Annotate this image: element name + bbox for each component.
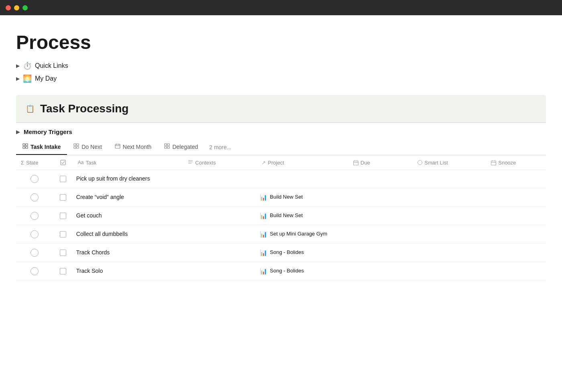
due-text [348,230,413,239]
col-contexts-label: Contexts [195,160,216,166]
due-text [348,248,413,258]
task-checkbox[interactable] [60,194,66,201]
tab-next-month-icon [115,143,120,150]
table-row[interactable]: Pick up suit from dry cleaners [16,170,546,188]
context-text [183,248,257,258]
svg-rect-15 [167,146,169,148]
task-checkbox[interactable] [60,176,66,182]
svg-rect-7 [77,146,79,148]
task-text: Track Chords [73,244,183,262]
snooze-text [486,266,546,276]
context-text [183,174,257,184]
smartlist-text [413,193,486,202]
smartlist-text [413,230,486,239]
col-snooze-label: Snooze [498,160,516,166]
project-cell[interactable]: 📊Song - Bolides [257,262,348,280]
quick-links-label: Quick Links [35,62,68,69]
tab-delegated[interactable]: Delegated [158,139,204,155]
svg-rect-13 [167,144,169,146]
tab-delegated-icon [164,143,170,150]
maximize-button[interactable] [22,5,28,10]
minimize-button[interactable] [14,5,19,10]
state-circle-icon[interactable] [31,212,39,220]
project-name: Set up Mini Garage Gym [270,230,327,238]
state-circle-icon[interactable] [31,175,39,183]
project-bar-chart-icon: 📊 [260,248,267,257]
due-text [348,174,413,184]
svg-rect-8 [115,144,120,148]
project-bar-chart-icon: 📊 [260,230,267,238]
project-name: Build New Set [270,212,303,219]
task-checkbox[interactable] [60,250,66,256]
tab-do-next-icon [73,143,79,150]
tab-task-intake[interactable]: Task Intake [16,139,67,155]
svg-rect-12 [165,144,167,146]
tab-do-next[interactable]: Do Next [67,139,108,155]
task-checkbox[interactable] [60,231,66,238]
project-cell[interactable]: 📊Set up Mini Garage Gym [257,225,348,243]
project-bar-chart-icon: 📊 [260,193,267,201]
titlebar [0,0,562,15]
task-checkbox[interactable] [60,268,66,274]
table-row[interactable]: Track Solo📊Song - Bolides [16,262,546,280]
tab-delegated-label: Delegated [172,144,198,150]
project-bar-chart-icon: 📊 [260,211,267,220]
col-header-smartlist: Smart List [413,155,486,170]
main-content: Process ▶ ⏱️ Quick Links ▶ 🌅 My Day 📋 Ta… [0,15,562,392]
col-header-check [53,155,73,170]
due-text [348,211,413,221]
quick-links-arrow-icon: ▶ [16,63,20,69]
svg-rect-6 [74,146,76,148]
state-circle-icon[interactable] [31,193,39,201]
table-row[interactable]: Track Chords📊Song - Bolides [16,244,546,262]
smartlist-text [413,248,486,258]
task-text: Create “void” angle [73,189,183,206]
snooze-text [486,211,546,221]
snooze-text [486,230,546,239]
col-task-label: Task [86,160,97,166]
project-arrow-icon: ↗ [261,160,266,166]
svg-rect-20 [354,161,358,165]
memory-triggers-row[interactable]: ▶ Memory Triggers [16,123,546,139]
col-header-snooze: Snooze [486,155,546,170]
tab-next-month[interactable]: Next Month [108,139,158,155]
memory-triggers-label: Memory Triggers [24,128,72,135]
smartlist-text [413,174,486,184]
task-text: Pick up suit from dry cleaners [73,170,183,188]
tab-do-next-label: Do Next [81,144,102,150]
close-button[interactable] [6,5,11,10]
svg-rect-14 [165,146,167,148]
project-cell[interactable]: 📊Song - Bolides [257,244,348,262]
col-header-state: Σ State [16,155,53,170]
tab-next-month-label: Next Month [123,144,152,150]
project-cell[interactable]: 📊Build New Set [257,207,348,225]
snooze-text [486,193,546,202]
table-row[interactable]: Get couch📊Build New Set [16,207,546,225]
tab-task-intake-icon [22,143,28,150]
table-row[interactable]: Create “void” angle📊Build New Set [16,188,546,207]
my-day-row[interactable]: ▶ 🌅 My Day [16,74,546,83]
col-due-label: Due [360,160,370,166]
sigma-icon: Σ [21,160,24,166]
project-empty [257,174,348,184]
contexts-list-icon [188,159,193,166]
due-text [348,193,413,202]
col-project-label: Project [268,160,284,166]
project-cell[interactable]: 📊Build New Set [257,188,348,206]
state-circle-icon[interactable] [31,249,39,257]
svg-rect-5 [77,144,79,146]
context-text [183,266,257,276]
state-circle-icon[interactable] [31,267,39,275]
memory-triggers-arrow-icon: ▶ [16,129,20,135]
tabs-more[interactable]: 2 more... [204,140,236,154]
due-text [348,266,413,276]
svg-rect-3 [26,146,28,148]
col-header-task: Aa Task [73,155,183,170]
state-circle-icon[interactable] [31,230,39,238]
task-checkbox[interactable] [60,213,66,219]
tab-task-intake-label: Task Intake [31,144,61,150]
quick-links-row[interactable]: ▶ ⏱️ Quick Links [16,61,546,70]
task-text: Get couch [73,207,183,225]
task-text: Track Solo [73,262,183,280]
table-row[interactable]: Collect all dumbbells📊Set up Mini Garage… [16,225,546,244]
